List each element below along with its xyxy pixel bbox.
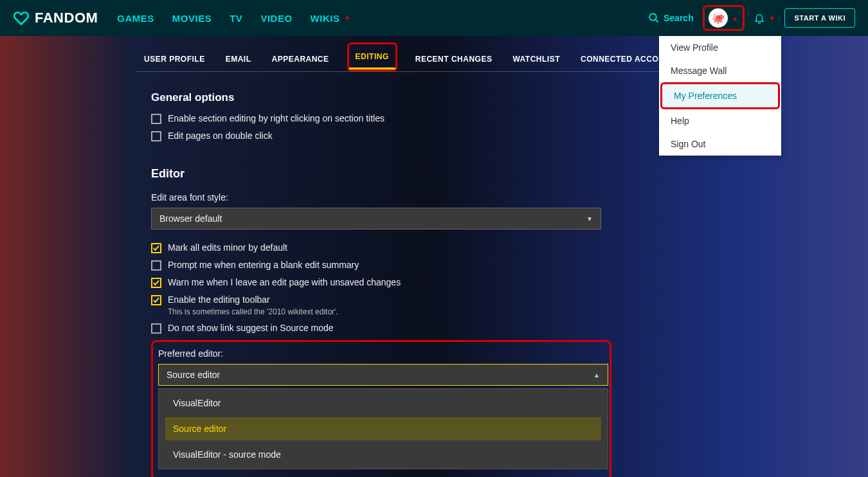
start-wiki-button[interactable]: START A WIKI bbox=[784, 8, 855, 28]
tab-user-profile[interactable]: USER PROFILE bbox=[141, 46, 208, 71]
checkbox-minor-edits[interactable] bbox=[151, 243, 161, 253]
search-icon bbox=[648, 12, 660, 24]
option-source-editor[interactable]: Source editor bbox=[165, 417, 601, 440]
checkbox-editing-toolbar[interactable] bbox=[151, 295, 161, 305]
checkbox-section-editing[interactable] bbox=[151, 114, 161, 124]
dd-message-wall[interactable]: Message Wall bbox=[659, 59, 781, 82]
font-style-value: Browser default bbox=[159, 213, 222, 224]
preferred-editor-label: Preferred editor: bbox=[158, 348, 604, 359]
preferred-editor-value: Source editor bbox=[167, 370, 220, 380]
nav-movies[interactable]: MOVIES bbox=[172, 13, 212, 24]
label-unsaved-warn: Warn me when I leave an edit page with u… bbox=[168, 277, 401, 287]
chevron-up-icon: ▲ bbox=[593, 372, 600, 379]
chevron-down-icon: ▼ bbox=[769, 14, 776, 22]
dd-view-profile[interactable]: View Profile bbox=[659, 36, 781, 59]
svg-point-0 bbox=[649, 14, 656, 21]
tab-editing[interactable]: EDITING bbox=[349, 44, 395, 69]
option-visualeditor-source[interactable]: VisualEditor - source mode bbox=[165, 443, 601, 466]
dd-sign-out[interactable]: Sign Out bbox=[659, 132, 781, 156]
brand-logo[interactable]: FANDOM bbox=[13, 10, 98, 26]
nav-wikis[interactable]: WIKIS ▼ bbox=[311, 13, 351, 24]
pref-tabs: USER PROFILE EMAIL APPEARANCE EDITING RE… bbox=[135, 42, 733, 72]
caret-up-icon: ▲ bbox=[732, 14, 739, 22]
tab-editing-highlight: EDITING bbox=[347, 42, 397, 71]
dd-my-preferences[interactable]: My Preferences bbox=[660, 82, 780, 109]
nav-wikis-label: WIKIS bbox=[311, 13, 340, 24]
user-avatar-toggle[interactable]: 🐙 ▲ bbox=[703, 5, 745, 31]
label-blank-summary: Prompt me when entering a blank edit sum… bbox=[168, 260, 359, 270]
checkbox-blank-summary[interactable] bbox=[151, 260, 161, 271]
tab-watchlist[interactable]: WATCHLIST bbox=[510, 46, 563, 71]
user-dropdown: View Profile Message Wall My Preferences… bbox=[659, 36, 781, 156]
notifications-button[interactable]: ▼ bbox=[754, 12, 776, 24]
tab-email[interactable]: EMAIL bbox=[223, 46, 254, 71]
label-section-editing: Enable section editing by right clicking… bbox=[168, 113, 384, 123]
option-visualeditor[interactable]: VisualEditor bbox=[165, 392, 601, 415]
avatar-icon: 🐙 bbox=[709, 8, 728, 28]
font-style-label: Edit area font style: bbox=[151, 192, 717, 203]
nav-games[interactable]: GAMES bbox=[117, 13, 154, 24]
font-style-select[interactable]: Browser default ▼ bbox=[151, 208, 601, 230]
chevron-down-icon: ▼ bbox=[343, 14, 350, 22]
fandom-heart-icon bbox=[13, 10, 30, 26]
preferred-editor-select[interactable]: Source editor ▲ bbox=[158, 364, 608, 386]
nav-links: GAMES MOVIES TV VIDEO WIKIS ▼ bbox=[117, 13, 350, 24]
chevron-down-icon: ▼ bbox=[586, 215, 593, 222]
label-link-suggest: Do not show link suggest in Source mode bbox=[168, 323, 334, 333]
checkbox-double-click[interactable] bbox=[151, 131, 161, 141]
top-nav: FANDOM GAMES MOVIES TV VIDEO WIKIS ▼ Sea… bbox=[0, 0, 868, 36]
checkbox-link-suggest[interactable] bbox=[151, 323, 161, 334]
tab-appearance[interactable]: APPEARANCE bbox=[269, 46, 332, 71]
nav-video[interactable]: VIDEO bbox=[260, 13, 292, 24]
tab-recent-changes[interactable]: RECENT CHANGES bbox=[413, 46, 495, 71]
checkbox-unsaved-warn[interactable] bbox=[151, 278, 161, 288]
dd-help[interactable]: Help bbox=[659, 109, 781, 132]
label-editing-toolbar: Enable the editing toolbar This is somet… bbox=[168, 294, 338, 316]
label-minor-edits: Mark all edits minor by default bbox=[168, 242, 287, 253]
search-button[interactable]: Search bbox=[648, 12, 694, 24]
nav-tv[interactable]: TV bbox=[230, 13, 242, 24]
search-label: Search bbox=[664, 13, 694, 23]
svg-line-1 bbox=[655, 19, 658, 22]
general-options-heading: General options bbox=[151, 91, 717, 104]
brand-text: FANDOM bbox=[35, 10, 98, 26]
label-double-click: Edit pages on double click bbox=[168, 130, 273, 141]
bell-icon bbox=[754, 12, 765, 24]
preferred-editor-highlight: Preferred editor: Source editor ▲ Visual… bbox=[151, 340, 611, 477]
editor-heading: Editor bbox=[151, 167, 717, 181]
preferred-editor-options: VisualEditor Source editor VisualEditor … bbox=[158, 388, 608, 469]
